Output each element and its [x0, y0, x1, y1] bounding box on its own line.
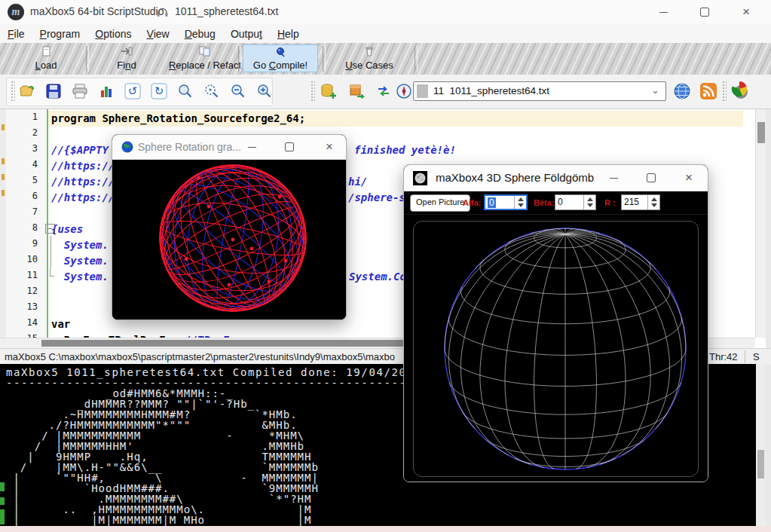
load-button[interactable]: Load [9, 44, 83, 72]
chevron-down-icon[interactable]: ⌄ [651, 84, 659, 96]
minimize-button[interactable] [237, 135, 267, 159]
print-icon[interactable] [71, 82, 89, 100]
gutter-line: 7 [6, 204, 47, 220]
spin-up-icon[interactable] [587, 197, 593, 201]
svg-text:↺: ↺ [128, 84, 138, 97]
find-button[interactable]: Find [95, 44, 158, 72]
redo-icon[interactable]: ↻ [150, 82, 168, 100]
menu-options[interactable]: Options [87, 26, 139, 41]
gutter-line: 10 [6, 252, 47, 268]
maximize-button[interactable] [274, 135, 304, 159]
zoom-out-icon[interactable] [229, 82, 247, 100]
window-right-edge [766, 109, 771, 526]
menu-debug[interactable]: Debug [177, 26, 223, 41]
maxbox4-canvas [404, 215, 708, 482]
r-spinner[interactable]: 215 [621, 194, 660, 210]
spin-down-icon[interactable] [587, 203, 593, 207]
use-cases-icon [365, 46, 374, 59]
code-token: {uses [51, 223, 83, 235]
load-icon [41, 46, 51, 59]
replace-refact-button[interactable]: Replace / Refact [160, 44, 250, 72]
spin-up-icon[interactable] [651, 197, 657, 201]
spin-down-icon[interactable] [518, 203, 524, 207]
code-token: System. [51, 271, 109, 283]
code-token: //{$APPTY [51, 144, 109, 156]
drag-handle[interactable] [11, 81, 15, 102]
chart-icon[interactable] [97, 82, 115, 100]
sphere-rotation-titlebar[interactable]: Sphere Rotation gra... × [112, 135, 346, 160]
menu-program[interactable]: Program [32, 26, 88, 41]
gutter-line: 1 [6, 109, 47, 125]
title-bar[interactable]: m maXbox5 64-bit ScriptStudio 1011_spher… [0, 0, 771, 25]
save-icon[interactable] [44, 82, 63, 100]
drag-handle[interactable] [722, 81, 727, 102]
minimize-button[interactable] [598, 165, 629, 191]
window-minimize-button[interactable] [647, 0, 680, 24]
scrollbar-thumb[interactable] [757, 122, 765, 143]
use-cases-button[interactable]: Use Cases [329, 44, 410, 72]
menu-bar: File Program Options View Debug Output H… [0, 24, 771, 44]
sphere-rotation-window[interactable]: Sphere Rotation gra... × [112, 134, 347, 320]
maxbox-ball-icon[interactable] [730, 81, 748, 99]
swap-script-icon[interactable] [375, 82, 393, 100]
package-sync-icon[interactable] [347, 82, 366, 100]
scrollbar-thumb[interactable] [757, 450, 764, 478]
icon-toolbar: ↺ ↻ 11 1011_spheretest64.txt ⌄ [0, 75, 771, 109]
status-path: maXbox5 C:\maxbox\maxbox5\pascriptmaster… [5, 351, 395, 362]
open-file-icon[interactable] [18, 82, 36, 100]
undo-icon[interactable]: ↺ [124, 82, 142, 100]
editor-vertical-scrollbar[interactable] [755, 109, 766, 338]
go-compile-button[interactable]: Go Compile! [243, 44, 318, 72]
maxbox4-controls: Open Picture Alfa: 0 Béta: 0 R : 215 [404, 191, 708, 215]
code-line-1[interactable]: program Sphere_Rotation_Sourceforge2_64; [48, 111, 743, 127]
maxbox-main-window: m maXbox5 64-bit ScriptStudio 1011_spher… [0, 0, 771, 532]
change-marker [2, 124, 5, 130]
code-token: Sphere_Rotation_Sourceforge2_64; [102, 112, 305, 124]
compass-icon[interactable] [395, 82, 413, 100]
maxbox4-title: maXbox4 3D Sphere Földgömb [436, 171, 594, 184]
spin-up-icon[interactable] [518, 197, 524, 201]
open-picture-button[interactable]: Open Picture [410, 194, 470, 212]
gutter-line: 13 [6, 299, 47, 315]
maximize-button[interactable] [636, 165, 666, 191]
toolbar-separator [323, 46, 326, 72]
gutter-line: 2 [6, 125, 47, 141]
gutter-line: 5 [6, 173, 47, 188]
console-marker [0, 482, 5, 491]
spin-down-icon[interactable] [651, 203, 657, 207]
menu-output[interactable]: Output [223, 26, 270, 41]
gutter-line: 3 [6, 141, 47, 157]
document-title: 1011_spheretest64.txt [175, 5, 279, 17]
code-token: /sphere-s [348, 190, 405, 206]
beta-spinner[interactable]: 0 [555, 194, 596, 210]
zoom-select-icon[interactable] [203, 82, 221, 100]
code-token: System. [51, 239, 109, 251]
rss-feed-icon[interactable] [699, 82, 717, 100]
web-globe-icon[interactable] [673, 82, 691, 100]
menu-file[interactable]: File [0, 26, 32, 41]
status-divider [745, 350, 745, 363]
r-label: R : [604, 198, 616, 207]
window-maximize-button[interactable] [688, 0, 721, 24]
gutter-line: 11 [6, 268, 47, 283]
menu-view[interactable]: View [139, 26, 177, 41]
menu-help[interactable]: Help [270, 26, 307, 41]
drag-handle[interactable] [311, 81, 315, 102]
window-bottom-edge [0, 526, 771, 532]
maxbox4-titlebar[interactable]: maXbox4 3D Sphere Földgömb × [404, 165, 708, 191]
close-button[interactable]: × [674, 165, 704, 191]
add-database-icon[interactable] [320, 82, 338, 100]
line-number-gutter: 12345678−9101112131415 [6, 109, 47, 338]
toolbar-separator [238, 46, 241, 72]
script-selector-combobox[interactable]: 11 1011_spheretest64.txt ⌄ [413, 81, 666, 101]
maxbox4-sphere-window[interactable]: maXbox4 3D Sphere Földgömb × Open Pictur… [403, 164, 708, 482]
window-close-button[interactable]: × [730, 0, 763, 24]
zoom-icon[interactable] [176, 82, 194, 100]
close-button[interactable]: × [314, 135, 344, 159]
console-marker [0, 509, 5, 524]
alfa-spinner[interactable]: 0 [484, 194, 528, 210]
console-vertical-scrollbar[interactable] [756, 364, 766, 526]
zoom-in-icon[interactable] [255, 82, 274, 100]
code-token: var [51, 318, 70, 330]
toolbar-separator [415, 46, 418, 72]
